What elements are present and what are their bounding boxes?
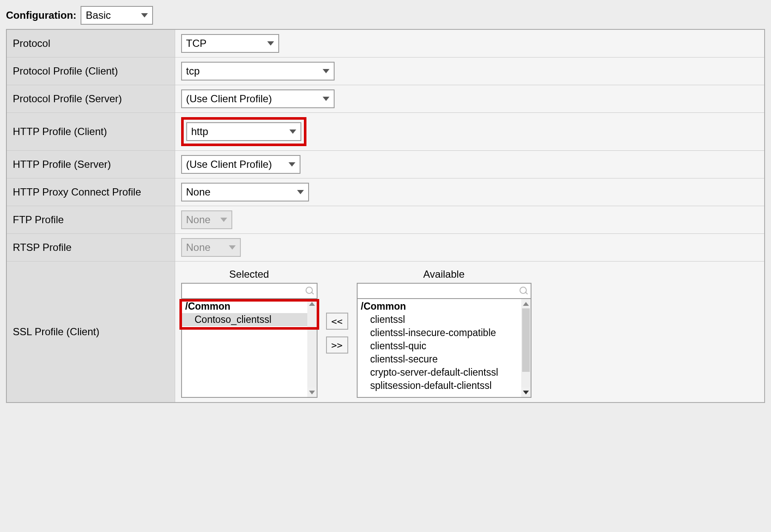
configuration-label: Configuration: (6, 9, 76, 21)
http-profile-server-value: (Use Client Profile) (186, 158, 272, 170)
move-right-button[interactable]: >> (326, 336, 348, 354)
configuration-header: Configuration: Basic (6, 6, 765, 25)
protocol-profile-server-value: (Use Client Profile) (186, 93, 272, 105)
selected-listbox[interactable]: /Common Contoso_clientssl (181, 283, 318, 398)
row-http-profile-server: HTTP Profile (Server) (Use Client Profil… (6, 151, 765, 178)
http-profile-server-label: HTTP Profile (Server) (13, 158, 111, 170)
ssl-profile-client-label: SSL Profile (Client) (13, 326, 99, 337)
protocol-profile-client-label: Protocol Profile (Client) (13, 65, 118, 77)
http-proxy-connect-value: None (186, 186, 211, 198)
scroll-up-icon[interactable] (521, 299, 531, 308)
search-icon[interactable] (520, 287, 528, 295)
row-ftp-profile: FTP Profile None (6, 206, 765, 234)
row-ssl-profile-client: SSL Profile (Client) Selected (6, 262, 765, 403)
rtsp-profile-value: None (186, 242, 211, 253)
ftp-profile-label: FTP Profile (13, 214, 64, 225)
selected-header: Selected (181, 268, 318, 280)
list-item[interactable]: clientssl-insecure-compatible (358, 326, 521, 339)
scrollbar[interactable] (307, 299, 317, 397)
protocol-label: Protocol (13, 37, 50, 49)
chevron-down-icon (323, 69, 329, 73)
scroll-down-icon[interactable] (521, 388, 531, 397)
row-http-proxy-connect: HTTP Proxy Connect Profile None (6, 178, 765, 206)
protocol-select[interactable]: TCP (181, 34, 279, 53)
highlight-box: http (181, 117, 306, 146)
ftp-profile-select: None (181, 210, 232, 229)
scroll-down-icon[interactable] (307, 388, 317, 397)
protocol-profile-server-select[interactable]: (Use Client Profile) (181, 89, 335, 108)
list-item[interactable]: splitsession-default-clientssl (358, 379, 521, 392)
chevron-down-icon (229, 245, 236, 250)
chevron-down-icon (267, 41, 274, 46)
chevron-down-icon (289, 162, 295, 167)
configuration-select-value: Basic (86, 9, 111, 21)
chevron-down-icon (220, 218, 227, 222)
list-item[interactable]: Contoso_clientssl (182, 313, 307, 326)
scrollbar[interactable] (521, 299, 531, 397)
list-group: /Common (182, 300, 307, 313)
scroll-up-icon[interactable] (307, 299, 317, 308)
available-header: Available (357, 268, 531, 280)
list-item[interactable]: crypto-server-default-clientssl (358, 366, 521, 379)
rtsp-profile-select: None (181, 238, 241, 257)
selected-column: Selected /Common Con (181, 268, 318, 398)
http-profile-server-select[interactable]: (Use Client Profile) (181, 155, 300, 174)
list-item[interactable]: clientssl-secure (358, 353, 521, 366)
configuration-table: Protocol TCP Protocol Profile (Client) t… (6, 29, 765, 403)
list-item[interactable]: clientssl-quic (358, 339, 521, 353)
protocol-profile-server-label: Protocol Profile (Server) (13, 93, 122, 104)
http-profile-client-value: http (191, 126, 208, 138)
chevron-down-icon (323, 97, 329, 101)
ftp-profile-value: None (186, 214, 211, 226)
row-protocol: Protocol TCP (6, 29, 765, 58)
http-proxy-connect-label: HTTP Proxy Connect Profile (13, 186, 141, 198)
rtsp-profile-label: RTSP Profile (13, 242, 72, 253)
chevron-down-icon (289, 129, 296, 134)
list-group: /Common (358, 300, 521, 313)
chevron-down-icon (297, 190, 304, 194)
row-protocol-profile-server: Protocol Profile (Server) (Use Client Pr… (6, 85, 765, 113)
http-profile-client-select[interactable]: http (186, 122, 301, 141)
http-proxy-connect-select[interactable]: None (181, 183, 309, 201)
row-http-profile-client: HTTP Profile (Client) http (6, 113, 765, 151)
configuration-select[interactable]: Basic (81, 6, 153, 25)
http-profile-client-label: HTTP Profile (Client) (13, 126, 107, 137)
chevron-down-icon (141, 13, 148, 17)
available-column: Available /Common clientsslclientssl- (357, 268, 531, 398)
available-listbox[interactable]: /Common clientsslclientssl-insecure-comp… (357, 283, 531, 398)
protocol-select-value: TCP (186, 37, 207, 49)
row-protocol-profile-client: Protocol Profile (Client) tcp (6, 58, 765, 85)
search-icon[interactable] (306, 287, 314, 295)
move-left-button[interactable]: << (326, 313, 348, 330)
list-item[interactable]: clientssl (358, 313, 521, 326)
row-rtsp-profile: RTSP Profile None (6, 234, 765, 262)
protocol-profile-client-select[interactable]: tcp (181, 62, 335, 81)
protocol-profile-client-value: tcp (186, 65, 200, 77)
